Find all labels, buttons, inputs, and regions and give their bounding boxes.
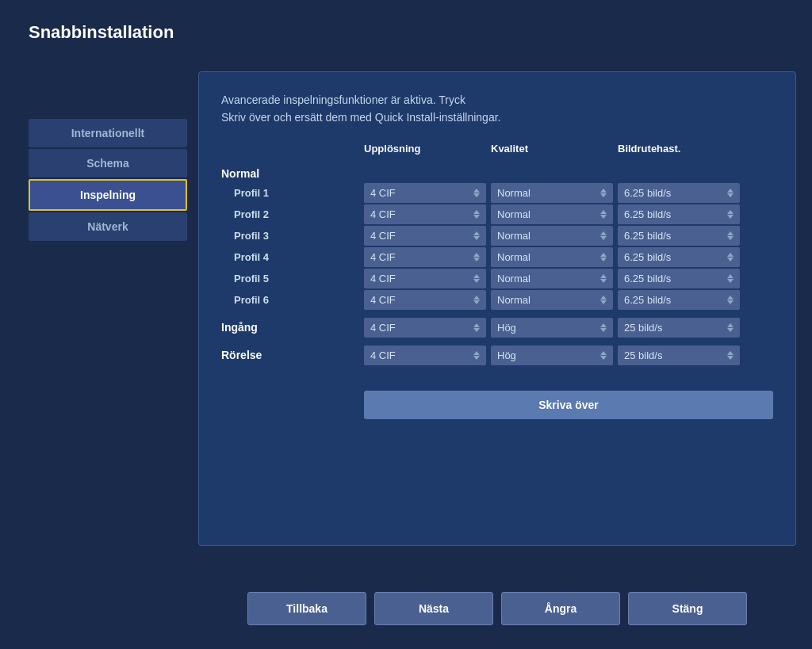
table-row: Profil 5 4 CIF Normal 6.25 bild/s bbox=[221, 269, 773, 288]
profile-3-quality-dropdown[interactable]: Normal bbox=[491, 226, 613, 246]
col-header-resolution: Upplösning bbox=[364, 143, 491, 155]
ingaang-label: Ingång bbox=[221, 321, 364, 334]
profile-1-framerate-arrows bbox=[727, 189, 733, 197]
profile-3-resolution-dropdown[interactable]: 4 CIF bbox=[364, 226, 486, 246]
profile-4-quality-dropdown[interactable]: Normal bbox=[491, 247, 613, 267]
back-button[interactable]: Tillbaka bbox=[247, 592, 366, 625]
profile-2-quality-dropdown[interactable]: Normal bbox=[491, 204, 613, 224]
page-title: Snabbinstallation bbox=[29, 22, 174, 43]
col-header-framerate: Bildrutehast. bbox=[618, 143, 745, 155]
overwrite-row: Skriva över bbox=[221, 378, 773, 419]
profile-6-framerate-dropdown[interactable]: 6.25 bild/s bbox=[618, 290, 740, 310]
profile-3-label: Profil 3 bbox=[221, 230, 364, 242]
rorelse-row: Rörelse 4 CIF Hög 25 bild/s bbox=[221, 345, 773, 365]
warning-text: Avancerade inspelningsfunktioner är akti… bbox=[221, 91, 773, 127]
table-row: Profil 2 4 CIF Normal 6.25 bild/s bbox=[221, 204, 773, 224]
rorelse-resolution-dropdown[interactable]: 4 CIF bbox=[364, 345, 486, 365]
profile-6-resolution-dropdown[interactable]: 4 CIF bbox=[364, 290, 486, 310]
profile-3-framerate-dropdown[interactable]: 6.25 bild/s bbox=[618, 226, 740, 246]
profile-1-label: Profil 1 bbox=[221, 187, 364, 199]
sidebar-item-internationellt[interactable]: Internationellt bbox=[29, 119, 187, 147]
sidebar-item-schema[interactable]: Schema bbox=[29, 149, 187, 178]
normal-section-title: Normal bbox=[221, 162, 773, 183]
rorelse-quality-dropdown[interactable]: Hög bbox=[491, 345, 613, 365]
profile-1-quality-value: Normal bbox=[497, 187, 597, 199]
col-header-1 bbox=[221, 143, 364, 155]
sidebar-item-natverk[interactable]: Nätverk bbox=[29, 212, 187, 241]
table-row: Profil 4 4 CIF Normal 6.25 bild/s bbox=[221, 247, 773, 267]
ingaang-resolution-dropdown[interactable]: 4 CIF bbox=[364, 318, 486, 338]
sidebar: Internationellt Schema Inspelning Nätver… bbox=[29, 119, 187, 241]
profile-5-label: Profil 5 bbox=[221, 273, 364, 284]
rorelse-label: Rörelse bbox=[221, 349, 364, 361]
profile-5-framerate-dropdown[interactable]: 6.25 bild/s bbox=[618, 269, 740, 288]
main-panel: Avancerade inspelningsfunktioner är akti… bbox=[198, 71, 796, 546]
profile-1-quality-arrows bbox=[600, 189, 607, 197]
profile-6-label: Profil 6 bbox=[221, 294, 364, 306]
profile-1-framerate-value: 6.25 bild/s bbox=[624, 187, 724, 199]
profile-5-quality-dropdown[interactable]: Normal bbox=[491, 269, 613, 288]
profile-4-framerate-dropdown[interactable]: 6.25 bild/s bbox=[618, 247, 740, 267]
profile-5-resolution-dropdown[interactable]: 4 CIF bbox=[364, 269, 486, 288]
col-header-quality: Kvalitet bbox=[491, 143, 618, 155]
settings-table: Upplösning Kvalitet Bildrutehast. Normal… bbox=[221, 143, 773, 419]
next-button[interactable]: Nästa bbox=[374, 592, 493, 625]
ingaang-quality-dropdown[interactable]: Hög bbox=[491, 318, 613, 338]
profile-1-framerate-dropdown[interactable]: 6.25 bild/s bbox=[618, 183, 740, 203]
table-header: Upplösning Kvalitet Bildrutehast. bbox=[221, 143, 773, 158]
profile-1-resolution-dropdown[interactable]: 4 CIF bbox=[364, 183, 486, 203]
ingaang-row: Ingång 4 CIF Hög 25 bild/s bbox=[221, 318, 773, 338]
profile-1-quality-dropdown[interactable]: Normal bbox=[491, 183, 613, 203]
profile-1-resolution-arrows bbox=[473, 189, 480, 197]
close-button[interactable]: Stäng bbox=[628, 592, 747, 625]
profile-1-resolution-value: 4 CIF bbox=[370, 187, 470, 199]
profile-2-framerate-dropdown[interactable]: 6.25 bild/s bbox=[618, 204, 740, 224]
overwrite-button[interactable]: Skriva över bbox=[364, 391, 773, 419]
table-row: Profil 6 4 CIF Normal 6.25 bild/s bbox=[221, 290, 773, 310]
table-row: Profil 1 4 CIF Normal 6.25 bild/s bbox=[221, 183, 773, 203]
bottom-buttons: Tillbaka Nästa Ångra Stäng bbox=[198, 592, 796, 625]
rorelse-framerate-dropdown[interactable]: 25 bild/s bbox=[618, 345, 740, 365]
profile-6-quality-dropdown[interactable]: Normal bbox=[491, 290, 613, 310]
profile-4-label: Profil 4 bbox=[221, 251, 364, 263]
profile-4-resolution-dropdown[interactable]: 4 CIF bbox=[364, 247, 486, 267]
profile-2-label: Profil 2 bbox=[221, 208, 364, 220]
profile-2-resolution-dropdown[interactable]: 4 CIF bbox=[364, 204, 486, 224]
table-row: Profil 3 4 CIF Normal 6.25 bild/s bbox=[221, 226, 773, 246]
ingaang-framerate-dropdown[interactable]: 25 bild/s bbox=[618, 318, 740, 338]
sidebar-item-inspelning[interactable]: Inspelning bbox=[29, 179, 187, 211]
cancel-button[interactable]: Ångra bbox=[501, 592, 620, 625]
